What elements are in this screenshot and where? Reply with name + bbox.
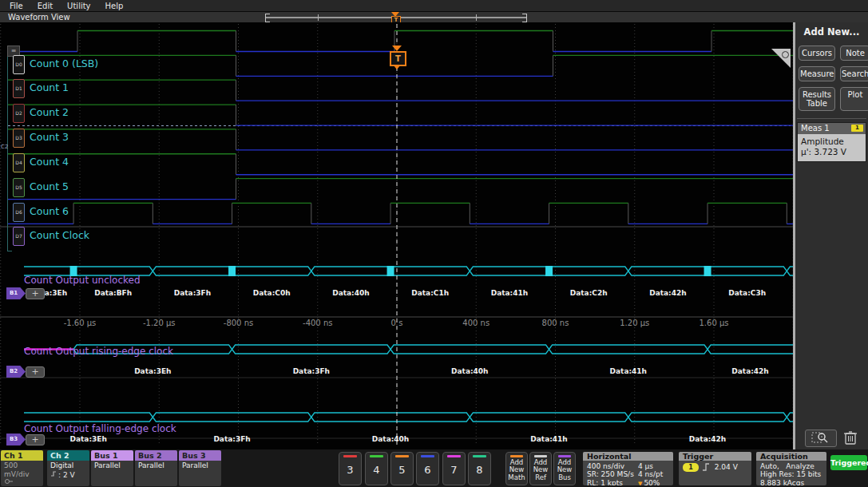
digital-label-D2[interactable]: Count 2 [30, 106, 69, 118]
tab-waveform-view[interactable]: Waveform View [8, 13, 70, 22]
bus-add-button-B2[interactable]: + [26, 366, 45, 378]
horizontal-cell: 4 µs [638, 462, 653, 470]
bus-label-B2[interactable]: Count Output rising-edge clock [24, 346, 173, 357]
waveform-plot [0, 22, 793, 449]
menu-item-edit[interactable]: Edit [38, 2, 53, 10]
channel-badge-ch2[interactable]: Ch 2Digital: 2 V [47, 450, 89, 486]
record-view-left-bracket[interactable] [265, 14, 270, 22]
bus-segment-value: Data:C0h [232, 289, 311, 297]
digital-label-D0[interactable]: Count 0 (LSB) [30, 57, 98, 69]
digital-badge-D4[interactable]: D4 [13, 153, 25, 172]
measurement-badge[interactable]: Meas 1 1 Amplitude µ': 3.723 V [797, 122, 866, 162]
digital-badge-D3[interactable]: D3 [13, 129, 25, 148]
digital-label-D1[interactable]: Count 1 [30, 81, 69, 93]
measurement-name: Amplitude [801, 137, 862, 147]
sidebar-button-search[interactable]: Search [840, 66, 868, 81]
sidebar-button-results-table[interactable]: Results Table [799, 87, 835, 111]
measurement-body: Amplitude µ': 3.723 V [798, 134, 866, 161]
sidebar-button-plot[interactable]: Plot [840, 87, 868, 111]
digital-label-D6[interactable]: Count 6 [30, 205, 69, 217]
add-new-button[interactable]: Add New Ref [529, 452, 552, 485]
digital-label-D7[interactable]: Count Clock [30, 229, 89, 241]
channel-number-button-8[interactable]: 8 [468, 452, 491, 485]
add-new-button[interactable]: Add New Math [505, 452, 528, 485]
add-stripe [510, 455, 523, 457]
record-view-right-bracket[interactable] [522, 14, 527, 22]
bus-segment-value: Data:42h [628, 289, 707, 297]
digital-label-D5[interactable]: Count 5 [30, 180, 69, 192]
digital-label-D4[interactable]: Count 4 [30, 156, 69, 168]
channel-number-button-5[interactable]: 5 [390, 452, 414, 485]
bus-segment-B3 [787, 413, 793, 422]
bus-segment-B3 [470, 413, 628, 422]
draw-a-box-zoom-button[interactable] [805, 430, 837, 447]
bus-label-B1[interactable]: Count Output unclocked [24, 275, 141, 286]
menu-item-file[interactable]: File [10, 2, 23, 10]
acquisition-row: Auto, Analyze [760, 462, 822, 470]
bus-segment-B1 [787, 267, 793, 275]
rising-edge-icon [701, 462, 712, 472]
channel-badge-body: Parallel [179, 461, 221, 470]
trigger-source-badge: 1 [683, 463, 699, 472]
time-axis-label: 0 s [369, 319, 425, 327]
channel-badge-line: 500 mV/div [4, 461, 43, 478]
acquisition-row: 8.883 kAcqs [760, 479, 822, 485]
bus-segment-B2 [549, 345, 708, 354]
horizontal-panel[interactable]: Horizontal 400 ns/div4 µsSR: 250 MS/s4 n… [583, 452, 673, 485]
digital-badge-D5[interactable]: D5 [13, 178, 25, 197]
bus-segment-value: Data:42h [707, 367, 793, 375]
time-axis-label: -800 ns [211, 319, 267, 327]
sidebar-button-measure[interactable]: Measure [799, 66, 835, 81]
bus-transition-square [704, 266, 711, 276]
channel-number-button-3[interactable]: 3 [339, 452, 362, 485]
digital-badge-D7[interactable]: D7 [13, 227, 25, 246]
bus-segment-B1 [628, 267, 707, 275]
menu-item-help[interactable]: Help [105, 2, 124, 10]
bus-add-button-B1[interactable]: + [26, 288, 45, 299]
digital-badge-D0[interactable]: D0 [13, 55, 25, 74]
bus-segment-B2 [390, 345, 549, 354]
menu-item-utility[interactable]: Utility [67, 2, 90, 10]
channel-badge-ch1[interactable]: Ch 1500 mV/div100 MHz Bw [1, 450, 43, 486]
bus-label-B3[interactable]: Count Output falling-edge clock [24, 423, 176, 434]
zoom-corner-magnifier-icon [782, 51, 789, 58]
channel-badge-line [4, 478, 43, 486]
sidebar-button-cursors[interactable]: Cursors [799, 46, 835, 61]
horizontal-row: SR: 250 MS/s4 ns/pt [587, 470, 669, 478]
oscilloscope-app: FileEditUtilityHelp Waveform View T ≡ C2… [0, 0, 868, 487]
channel-number-button-4[interactable]: 4 [365, 452, 388, 485]
time-axis-label: -400 ns [290, 319, 346, 327]
trigger-panel[interactable]: Trigger 1 2.04 V [679, 452, 751, 485]
channel-badge-header: Bus 2 [135, 450, 177, 461]
channel-number-button-7[interactable]: 7 [442, 452, 466, 485]
trigger-arrow-icon[interactable] [392, 46, 402, 51]
channel-badge-bus2[interactable]: Bus 2Parallel [135, 450, 177, 486]
record-view-tick [318, 14, 319, 21]
bus-segment-value: Data:3Fh [153, 435, 311, 443]
horizontal-row: 400 ns/div4 µs [587, 462, 669, 470]
channel-badge-body: Parallel [135, 461, 177, 470]
add-new-button[interactable]: Add New Bus [553, 452, 576, 485]
digital-badge-D6[interactable]: D6 [13, 203, 25, 222]
digital-badge-D1[interactable]: D1 [13, 79, 25, 98]
channel-badge-bus1[interactable]: Bus 1Parallel [91, 450, 133, 486]
record-view-bar[interactable]: T [265, 12, 527, 22]
bus-segment-value: Data:BFh [73, 289, 153, 297]
trash-icon [842, 430, 859, 445]
channel-number-button-6[interactable]: 6 [416, 452, 439, 485]
acquisition-panel[interactable]: Acquisition Auto, AnalyzeHigh Res: 15 bi… [756, 452, 826, 485]
bus-segment-value: Data:C2h [549, 289, 628, 297]
bus-add-button-B3[interactable]: + [26, 434, 45, 445]
digital-label-D3[interactable]: Count 3 [30, 131, 69, 143]
horizontal-row: RL: 1 kpts▼50% [587, 479, 669, 485]
channel-badge-bus3[interactable]: Bus 3Parallel [179, 450, 221, 486]
horizontal-cell: RL: 1 kpts [587, 479, 638, 485]
trash-button[interactable] [842, 430, 859, 445]
digital-badge-D2[interactable]: D2 [13, 104, 25, 123]
channel-badge-line: Parallel [138, 461, 177, 470]
bus-segment-B2 [232, 345, 391, 354]
sidebar-button-note[interactable]: Note [840, 46, 868, 61]
acquisition-title: Acquisition [756, 452, 826, 461]
waveform-view[interactable]: ≡ C2 D0Count 0 (LSB)D1Count 1D2Count 2D3… [0, 22, 793, 449]
bus-segment-B3 [311, 413, 470, 422]
